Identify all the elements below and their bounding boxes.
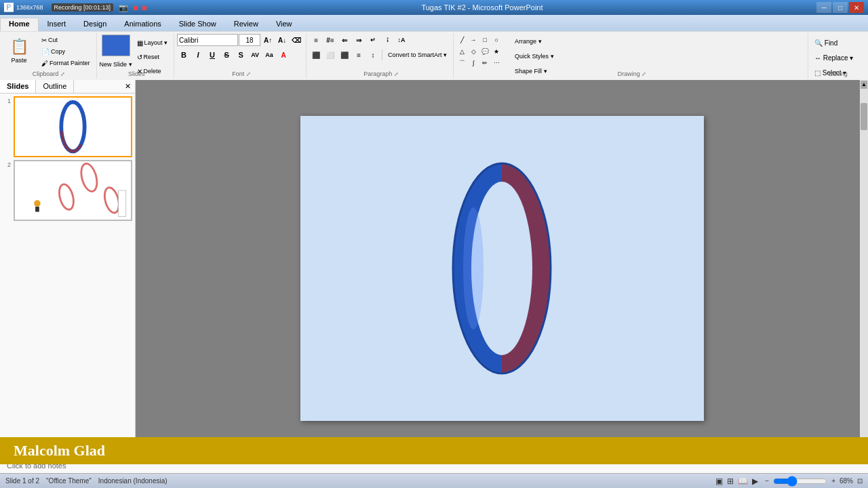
slide-preview-2[interactable]: FINISH <box>14 160 132 221</box>
canvas-area: ▲ ▼ <box>136 80 868 457</box>
arrange-button[interactable]: Arrange ▾ <box>511 35 562 48</box>
ribbon-content: 📋 Paste ✂ Cut 📄 Copy 🖌 Format Painter Cl… <box>0 31 868 80</box>
reset-button[interactable]: ↺ Reset <box>134 50 172 64</box>
tab-slideshow[interactable]: Slide Show <box>170 18 225 31</box>
layout-button[interactable]: ▦ Layout ▾ <box>134 36 172 49</box>
bullets-button[interactable]: ≡ <box>309 33 323 47</box>
slide-background <box>300 116 704 421</box>
font-name-input[interactable] <box>177 34 238 46</box>
tab-slides[interactable]: Slides <box>0 80 36 93</box>
align-right-button[interactable]: ⬛ <box>338 48 351 62</box>
clipboard-group: 📋 Paste ✂ Cut 📄 Copy 🖌 Format Painter Cl… <box>1 33 97 79</box>
rtl-button[interactable]: ↵ <box>366 33 380 47</box>
editing-label: Editing <box>811 70 865 77</box>
zoom-in-button[interactable]: + <box>831 477 835 485</box>
shape-oval[interactable]: ○ <box>491 35 502 45</box>
numbering-button[interactable]: #≡ <box>323 33 337 47</box>
underline-button[interactable]: U <box>205 48 219 62</box>
view-normal[interactable]: ▣ <box>715 476 723 486</box>
ribbon-tabs: Home Insert Design Animations Slide Show… <box>0 15 868 31</box>
increase-font-button[interactable]: A↑ <box>261 33 275 47</box>
quick-styles-button[interactable]: Quick Styles ▾ <box>511 49 562 63</box>
line-spacing-button[interactable]: ↕ <box>366 48 380 62</box>
fit-window-button[interactable]: ⊡ <box>857 477 863 485</box>
window-title: Tugas TIK #2 - Microsoft PowerPoint <box>148 3 816 12</box>
shadow-button[interactable]: S <box>234 48 248 62</box>
slides-group: New Slide ▾ ▦ Layout ▾ ↺ Reset ✕ Delete … <box>100 33 175 79</box>
notes-placeholder: Click to add notes <box>7 462 66 470</box>
shape-triangle[interactable]: △ <box>456 46 467 57</box>
replace-button[interactable]: ↔ Replace ▾ <box>811 51 863 64</box>
resolution-display: 1366x768 <box>16 4 43 11</box>
shape-arrow[interactable]: → <box>468 35 479 45</box>
paste-button[interactable]: 📋 Paste <box>1 33 37 68</box>
slide-preview-1[interactable] <box>14 96 132 157</box>
scrollbar-thumb[interactable] <box>861 103 867 130</box>
view-slideshow[interactable]: ▶ <box>752 476 758 486</box>
tab-insert[interactable]: Insert <box>39 18 75 31</box>
recording-display: Recording [00:01:13] <box>52 3 114 12</box>
shape-diamond[interactable]: ◇ <box>468 46 479 57</box>
decrease-indent-button[interactable]: ⇐ <box>338 33 351 47</box>
slide-num-2: 2 <box>3 160 11 168</box>
align-center-button[interactable]: ⬜ <box>323 48 337 62</box>
italic-button[interactable]: I <box>191 48 205 62</box>
tab-animations[interactable]: Animations <box>115 18 170 31</box>
decrease-font-button[interactable]: A↓ <box>275 33 289 47</box>
justify-button[interactable]: ≡ <box>352 48 366 62</box>
tab-view[interactable]: View <box>267 18 301 31</box>
find-button[interactable]: 🔍 Find <box>811 36 863 49</box>
font-size-input[interactable] <box>239 34 260 46</box>
cut-button[interactable]: ✂ Cut <box>38 35 94 45</box>
tab-home[interactable]: Home <box>0 18 39 31</box>
convert-smartart-button[interactable]: Convert to SmartArt ▾ <box>384 48 450 62</box>
zoom-out-button[interactable]: − <box>765 477 769 485</box>
new-slide-icon <box>102 35 130 56</box>
slide-canvas[interactable] <box>300 116 704 421</box>
new-slide-button[interactable]: New Slide ▾ <box>96 58 136 71</box>
shape-more[interactable]: ⋯ <box>491 58 502 68</box>
status-right: ▣ ⊞ 📖 ▶ − + 68% ⊡ <box>715 476 863 486</box>
slide-thumbnail-1[interactable]: 1 <box>3 96 132 157</box>
maximize-button[interactable]: □ <box>833 2 848 13</box>
shape-arc[interactable]: ⌒ <box>456 58 467 68</box>
minimize-button[interactable]: ─ <box>816 2 831 13</box>
format-painter-button[interactable]: 🖌 Format Painter <box>38 58 94 68</box>
char-spacing-button[interactable]: AV <box>248 48 262 62</box>
font-group: A↑ A↓ ⌫ B I U S S AV Aa A Font ⤢ <box>177 33 307 79</box>
slide-thumbnail-2[interactable]: 2 FINISH <box>3 160 132 221</box>
title-bar: 🅿 1366x768 Recording [00:01:13] 📷 ⏺ ⏹ Tu… <box>0 0 868 15</box>
shape-freeform[interactable]: ✏ <box>479 58 490 68</box>
shape-line[interactable]: ╱ <box>456 35 467 45</box>
notes-bar[interactable]: Click to add notes <box>0 457 868 473</box>
font-label: Font ⤢ <box>177 70 306 77</box>
main-area: Slides Outline ✕ 1 2 <box>0 80 868 457</box>
shape-callout[interactable]: 💬 <box>479 46 490 57</box>
increase-indent-button[interactable]: ⇒ <box>352 33 366 47</box>
svg-rect-5 <box>118 190 125 216</box>
copy-button[interactable]: 📄 Copy <box>38 46 94 57</box>
zoom-slider[interactable] <box>773 478 827 485</box>
close-button[interactable]: ✕ <box>849 2 864 13</box>
bold-button[interactable]: B <box>177 48 191 62</box>
view-slide-sorter[interactable]: ⊞ <box>727 476 734 486</box>
tab-review[interactable]: Review <box>225 18 267 31</box>
columns-button[interactable]: ⫶ <box>380 33 394 47</box>
shape-curve[interactable]: ∫ <box>468 58 479 68</box>
panel-close-button[interactable]: ✕ <box>121 80 135 93</box>
svg-point-3 <box>57 183 76 211</box>
shape-rect[interactable]: □ <box>479 35 490 45</box>
shape-star[interactable]: ★ <box>491 46 502 57</box>
align-left-button[interactable]: ⬛ <box>309 48 323 62</box>
change-case-button[interactable]: Aa <box>262 48 276 62</box>
strikethrough-button[interactable]: S <box>220 48 233 62</box>
clear-format-button[interactable]: ⌫ <box>290 33 303 47</box>
tab-outline[interactable]: Outline <box>36 80 74 93</box>
view-reading[interactable]: 📖 <box>738 476 748 486</box>
vertical-scrollbar[interactable]: ▲ ▼ <box>860 80 868 457</box>
text-direction-button[interactable]: ↕A <box>395 33 408 47</box>
status-bar: Slide 1 of 2 "Office Theme" Indonesian (… <box>0 473 868 488</box>
window-controls: ─ □ ✕ <box>816 2 864 13</box>
font-color-button[interactable]: A <box>277 48 290 62</box>
tab-design[interactable]: Design <box>75 18 115 31</box>
